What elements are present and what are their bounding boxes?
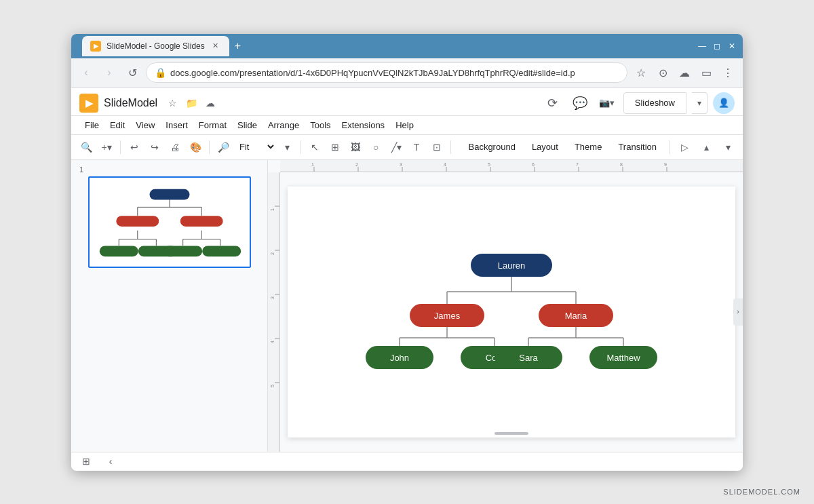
svg-text:4: 4 <box>444 162 446 167</box>
org-chart-svg: Lauren James Maria John <box>322 203 701 421</box>
right-collapse-button[interactable]: › <box>733 298 743 326</box>
paint-button[interactable]: 🎨 <box>186 138 205 157</box>
menu-bar: File Edit View Insert Format Slide Arran… <box>71 116 743 135</box>
comment-button[interactable]: 💬 <box>569 92 591 114</box>
svg-text:9: 9 <box>664 162 667 167</box>
tab-title: SlideModel - Google Slides <box>106 41 205 51</box>
canvas-area[interactable]: Lauren James Maria John <box>280 172 743 452</box>
screenshot-button[interactable]: ⊙ <box>653 63 672 82</box>
svg-text:6: 6 <box>532 162 535 167</box>
watermark: SLIDEMODEL.COM <box>723 488 800 496</box>
reload-button[interactable]: ↺ <box>123 63 142 82</box>
text-tool[interactable]: T <box>407 138 426 157</box>
bottom-bar: ⊞ ‹ <box>71 452 743 471</box>
ruler-content-area: 1 2 3 4 5 <box>268 172 743 452</box>
folder-icon-button[interactable]: 📁 <box>183 95 199 111</box>
svg-rect-12 <box>149 189 189 199</box>
line-tool[interactable]: ╱▾ <box>387 138 406 157</box>
cursor-tool[interactable]: ↖ <box>305 138 324 157</box>
close-button[interactable]: ✕ <box>726 41 737 52</box>
app-title: SlideModel <box>104 97 157 109</box>
svg-text:2: 2 <box>355 162 358 167</box>
separator-4 <box>450 140 451 154</box>
slide-thumbnail[interactable] <box>88 176 251 268</box>
menu-format[interactable]: Format <box>193 117 232 133</box>
toolbar-expand-button[interactable]: ▴ <box>697 138 716 157</box>
menu-slide[interactable]: Slide <box>232 117 263 133</box>
zoom-select[interactable]: Fit 50% 75% 100% <box>234 140 276 154</box>
minimize-button[interactable]: — <box>697 41 708 52</box>
layout-button[interactable]: Layout <box>525 138 565 157</box>
svg-text:1: 1 <box>270 208 275 210</box>
address-bar: ‹ › ↺ 🔒 docs.google.com/presentation/d/1… <box>71 58 743 88</box>
menu-extensions[interactable]: Extensions <box>336 117 391 133</box>
slideshow-dropdown-button[interactable]: ▾ <box>692 92 708 114</box>
tab-close-button[interactable]: ✕ <box>210 41 221 52</box>
menu-insert[interactable]: Insert <box>160 117 193 133</box>
svg-text:4: 4 <box>270 340 275 343</box>
grid-view-button[interactable]: ⊞ <box>77 452 96 471</box>
app-header: ▶ SlideModel ☆ 📁 ☁ ⟳ 💬 📷▾ Slideshow ▾ 👤 <box>71 88 743 116</box>
share-button[interactable]: 👤 <box>713 92 735 114</box>
back-button[interactable]: ‹ <box>77 63 96 82</box>
slide-scrollbar[interactable] <box>495 432 528 435</box>
window-controls: — ◻ ✕ <box>697 41 737 52</box>
svg-text:2: 2 <box>270 252 275 254</box>
address-bar-actions: ☆ ⊙ ☁ ▭ ⋮ <box>632 63 737 82</box>
zoom-reset-button[interactable]: 🔎 <box>214 138 233 157</box>
maximize-button[interactable]: ◻ <box>712 41 722 52</box>
star-icon-button[interactable]: ☆ <box>164 95 180 111</box>
svg-rect-14 <box>180 216 222 227</box>
print-button[interactable]: 🖨 <box>166 138 185 157</box>
zoom-dropdown-button[interactable]: ▾ <box>277 138 296 157</box>
theme-button[interactable]: Theme <box>568 138 608 157</box>
zoom-in-button[interactable]: +▾ <box>97 138 116 157</box>
slideshow-button[interactable]: Slideshow <box>623 92 686 114</box>
app-header-actions: ⟳ 💬 📷▾ Slideshow ▾ 👤 <box>542 92 735 114</box>
cloud-icon-button[interactable]: ☁ <box>202 95 218 111</box>
forward-button[interactable]: › <box>100 63 119 82</box>
svg-text:1: 1 <box>311 162 314 167</box>
slide-canvas: Lauren James Maria John <box>288 187 735 438</box>
url-bar[interactable]: 🔒 docs.google.com/presentation/d/1-4x6D0… <box>146 62 627 83</box>
svg-text:Lauren: Lauren <box>498 260 525 271</box>
main-content: 1 <box>71 160 743 452</box>
collapse-panel-button[interactable]: ‹ <box>101 452 120 471</box>
svg-text:James: James <box>434 311 461 321</box>
image-tool[interactable]: 🖼 <box>346 138 365 157</box>
menu-tools[interactable]: Tools <box>305 117 336 133</box>
camera-button[interactable]: 📷▾ <box>596 92 618 114</box>
redo-button[interactable]: ↪ <box>145 138 164 157</box>
separator-2 <box>209 140 210 154</box>
browser-tab[interactable]: ▶ SlideModel - Google Slides ✕ <box>82 36 229 56</box>
select-tool[interactable]: ⊞ <box>326 138 345 157</box>
svg-text:3: 3 <box>400 162 402 167</box>
shape-tool[interactable]: ○ <box>366 138 385 157</box>
more-tools-button[interactable]: ⊡ <box>427 138 446 157</box>
bookmark-button[interactable]: ☆ <box>632 63 651 82</box>
menu-file[interactable]: File <box>79 117 104 133</box>
ruler-area: 1 2 3 4 5 6 7 8 9 <box>268 160 743 452</box>
sidebar-toggle-button[interactable]: ▭ <box>697 63 716 82</box>
zoom-out-button[interactable]: 🔍 <box>77 138 96 157</box>
menu-help[interactable]: Help <box>390 117 419 133</box>
svg-rect-15 <box>99 246 138 256</box>
new-tab-button[interactable]: + <box>229 36 246 56</box>
menu-arrange[interactable]: Arrange <box>263 117 305 133</box>
menu-view[interactable]: View <box>130 117 160 133</box>
toolbar-more-button[interactable]: ▾ <box>718 138 737 157</box>
svg-text:Maria: Maria <box>565 311 587 321</box>
svg-text:Sara: Sara <box>519 353 538 363</box>
cloudsave-button[interactable]: ☁ <box>675 63 694 82</box>
background-button[interactable]: Background <box>461 138 522 157</box>
svg-text:5: 5 <box>488 162 490 167</box>
toolbar: 🔍 +▾ ↩ ↪ 🖨 🎨 🔎 Fit 50% 75% 100% ▾ ↖ ⊞ 🖼 … <box>71 135 743 160</box>
svg-text:8: 8 <box>620 162 623 167</box>
svg-text:7: 7 <box>576 162 579 167</box>
paint-format-button[interactable]: ▷ <box>675 138 694 157</box>
undo-button[interactable]: ↩ <box>125 138 144 157</box>
menu-edit[interactable]: Edit <box>104 117 130 133</box>
more-button[interactable]: ⋮ <box>718 63 737 82</box>
transition-button[interactable]: Transition <box>611 138 663 157</box>
history-button[interactable]: ⟳ <box>542 92 564 114</box>
